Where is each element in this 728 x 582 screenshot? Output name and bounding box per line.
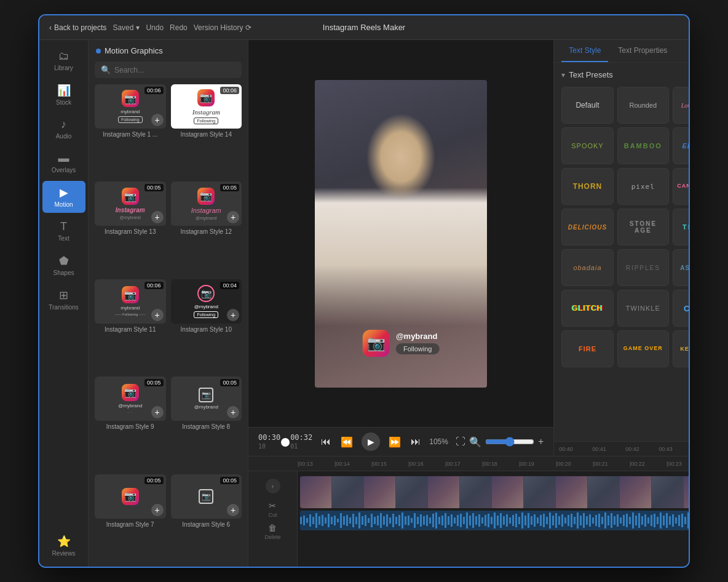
add-to-timeline-button[interactable]: +	[151, 504, 164, 516]
panel-section-text-style: ▾ Text Presets Default Rounded	[554, 63, 689, 441]
zoom-out-button[interactable]: 🔍	[469, 436, 481, 448]
svg-rect-25	[377, 516, 379, 525]
svg-rect-23	[371, 514, 373, 527]
sidebar-item-stock[interactable]: 📊 Stock	[42, 79, 85, 111]
search-icon: 🔍	[101, 65, 111, 74]
svg-rect-68	[509, 517, 511, 524]
duration-badge: 00:04	[220, 282, 239, 289]
duration-badge: 00:05	[144, 379, 164, 386]
add-to-timeline-button[interactable]: +	[151, 211, 164, 223]
saved-button[interactable]: Saved ▾	[113, 23, 140, 32]
search-bar[interactable]: 🔍	[95, 62, 242, 78]
preset-ed-text[interactable]: ED TEXT	[673, 127, 689, 164]
preset-asteroid[interactable]: ASTEROID	[673, 249, 689, 286]
preset-thorn[interactable]: THORN	[561, 168, 613, 205]
sidebar-label-transitions: Transitions	[49, 304, 79, 311]
preset-rounded[interactable]: Rounded	[617, 87, 669, 124]
list-item[interactable]: 📷 Instagram @mybrand 00:05 + Instagram S…	[95, 181, 166, 274]
sidebar-item-overlays[interactable]: ▬ Overlays	[42, 147, 85, 178]
zoom-slider[interactable]	[485, 437, 534, 447]
svg-rect-72	[521, 512, 523, 528]
svg-rect-90	[577, 512, 579, 528]
duration-badge: 00:06	[220, 87, 239, 94]
tab-text-properties[interactable]: Text Properties	[611, 40, 675, 62]
preset-pixel[interactable]: pixel	[617, 168, 669, 205]
fast-forward-button[interactable]: ⏩	[387, 435, 402, 449]
svg-rect-103	[617, 514, 619, 527]
play-pause-button[interactable]: ▶	[362, 433, 380, 451]
list-item[interactable]: 📷 Instagram Following 00:06 + Instagram …	[171, 84, 242, 177]
preset-game-over[interactable]: GAME OVER	[617, 330, 669, 367]
track-thumbnail	[620, 476, 652, 508]
add-to-timeline-button[interactable]: +	[151, 309, 164, 321]
progress-thumb[interactable]	[281, 438, 290, 447]
preset-spooky[interactable]: SPOOKY	[561, 127, 613, 164]
search-input[interactable]	[114, 66, 235, 74]
fullscreen-button[interactable]: ⛶	[456, 436, 465, 447]
svg-rect-108	[632, 512, 634, 528]
preset-stone-age[interactable]: STONE AGE	[617, 209, 669, 245]
list-item[interactable]: 📷 00:05 + Instagram Style 6	[171, 474, 242, 567]
version-history-button[interactable]: Version History ⟳	[194, 23, 252, 32]
svg-rect-55	[469, 516, 471, 525]
svg-rect-102	[614, 516, 615, 525]
add-to-timeline-button[interactable]: +	[151, 406, 164, 418]
list-item[interactable]: 📷 @mybrand 00:05 + Instagram Style 8	[171, 377, 242, 469]
preset-ripples[interactable]: RIPPLES	[617, 249, 669, 286]
preset-candy-shop[interactable]: CANDY SHOP	[673, 168, 689, 205]
redo-button[interactable]: Redo	[170, 23, 188, 32]
rewind-button[interactable]: ⏪	[339, 435, 354, 449]
overlay-following-text: Following	[396, 343, 439, 354]
preset-keyboard[interactable]: KEYBOARD	[673, 330, 689, 367]
list-item[interactable]: 📷 @mybrand · · · 00:05 + Instagram Style…	[95, 377, 166, 469]
svg-rect-123	[678, 515, 680, 526]
track-thumbnail	[396, 476, 428, 508]
preset-delicious[interactable]: DELICIOUS	[561, 209, 613, 245]
list-item[interactable]: 📷 Instagram @mybrand 00:05 + Instagram S…	[171, 181, 242, 274]
preset-bamboo[interactable]: BAMBOO	[617, 127, 669, 164]
zoom-in-button[interactable]: +	[538, 436, 544, 447]
sidebar-item-library[interactable]: 🗂 Library	[42, 45, 85, 76]
preset-tribal[interactable]: TRIBAL	[673, 209, 689, 245]
timeline-expand-button[interactable]: ›	[266, 479, 280, 493]
delete-button[interactable]: 🗑 Delete	[264, 523, 280, 540]
preset-glitch[interactable]: GLITCH	[561, 290, 613, 327]
add-to-timeline-button[interactable]: +	[227, 114, 239, 126]
undo-button[interactable]: Undo	[146, 23, 164, 32]
trash-icon: 🗑	[268, 523, 277, 533]
svg-rect-126	[687, 512, 689, 528]
preset-love-peace[interactable]: Love & Peace	[673, 87, 689, 124]
svg-rect-106	[626, 514, 628, 527]
add-to-timeline-button[interactable]: +	[227, 309, 239, 321]
preset-default[interactable]: Default	[561, 87, 613, 124]
svg-rect-37	[414, 513, 416, 528]
sidebar-item-motion[interactable]: ▶ Motion	[42, 181, 85, 213]
svg-rect-117	[660, 512, 662, 528]
skip-to-start-button[interactable]: ⏮	[320, 435, 332, 448]
back-to-projects-button[interactable]: ‹ Back to projects	[49, 23, 106, 32]
sidebar-item-audio[interactable]: ♪ Audio	[42, 113, 85, 145]
list-item[interactable]: 📷 @mybrand Following 00:04 + Instagram S…	[171, 279, 242, 372]
preset-obadaia[interactable]: obadaia	[561, 249, 613, 286]
preset-twinkle[interactable]: TWINKLE	[617, 290, 669, 327]
list-item[interactable]: 📷 00:05 + Instagram Style 7	[95, 474, 166, 567]
preset-chill[interactable]: CHILL	[673, 290, 689, 327]
svg-rect-49	[451, 514, 453, 527]
sidebar-item-shapes[interactable]: ⬟ Shapes	[42, 249, 85, 281]
cut-button[interactable]: ✂ Cut	[268, 501, 277, 518]
skip-to-end-button[interactable]: ⏭	[410, 435, 422, 448]
sidebar-item-transitions[interactable]: ⊞ Transitions	[42, 284, 85, 316]
sidebar-item-reviews[interactable]: ⭐ Reviews	[42, 530, 85, 562]
svg-rect-57	[475, 516, 477, 525]
sidebar-item-text[interactable]: T Text	[42, 215, 85, 247]
add-to-timeline-button[interactable]: +	[151, 114, 164, 126]
preset-fire[interactable]: FIRE	[561, 330, 613, 367]
tab-text-style[interactable]: Text Style	[561, 40, 608, 62]
list-item[interactable]: 📷 mybrand ~~~ Following ~~~ 00:06 + Inst…	[95, 279, 166, 372]
section-collapse-icon[interactable]: ▾	[561, 71, 565, 79]
add-to-timeline-button[interactable]: +	[227, 504, 239, 516]
video-track[interactable]: Instagram Style 9 ▪▪	[300, 476, 689, 508]
list-item[interactable]: 📷 mybrand Following 00:06 + Instagram St…	[95, 84, 166, 177]
audio-waveform-track[interactable]	[300, 511, 689, 530]
video-frame: 📷 @mybrand Following	[315, 80, 487, 388]
